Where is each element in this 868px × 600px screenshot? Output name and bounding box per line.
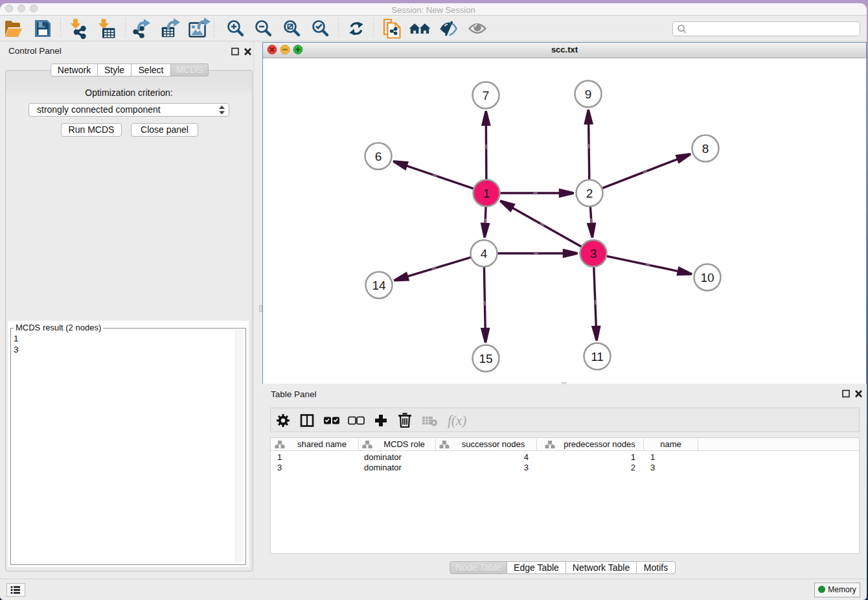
svg-text:6: 6 (375, 150, 382, 163)
svg-text:15: 15 (479, 352, 492, 365)
svg-text:4: 4 (481, 247, 488, 260)
svg-text:11: 11 (591, 350, 604, 363)
svg-text:1: 1 (483, 187, 490, 200)
svg-text:8: 8 (702, 142, 709, 156)
svg-text:9: 9 (585, 87, 592, 101)
svg-text:10: 10 (700, 271, 714, 284)
svg-text:2: 2 (586, 187, 593, 200)
svg-text:f(x): f(x) (448, 413, 466, 428)
svg-text:7: 7 (483, 89, 490, 102)
svg-text:3: 3 (590, 247, 597, 260)
svg-text:14: 14 (372, 279, 386, 292)
